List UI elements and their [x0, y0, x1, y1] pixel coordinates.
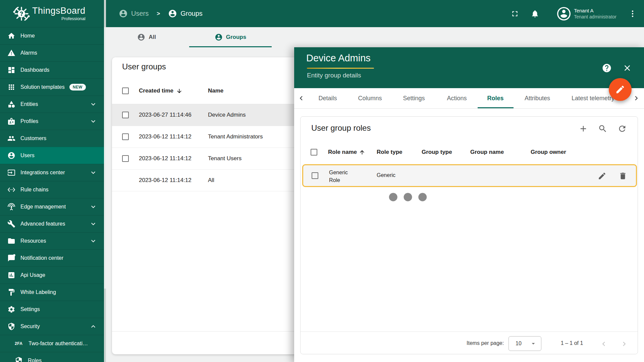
chevron-up-icon — [89, 322, 97, 330]
sidebar-item-label: Solution templates — [20, 84, 65, 90]
tab-all[interactable]: All — [105, 27, 189, 47]
add-role-button[interactable] — [579, 124, 588, 133]
column-name[interactable]: Name — [208, 87, 223, 94]
sidebar-item-label: Dashboards — [20, 67, 49, 73]
tab-attributes[interactable]: Attributes — [525, 88, 550, 109]
chevron-down-icon — [89, 220, 97, 228]
sidebar-item-entities[interactable]: Entities — [0, 96, 104, 113]
sidebar-item-advanced-features[interactable]: Advanced features — [0, 215, 104, 232]
help-button[interactable] — [602, 63, 612, 73]
user-avatar[interactable] — [557, 7, 571, 20]
more-menu-button[interactable] — [625, 6, 640, 21]
dashboard-icon — [7, 66, 15, 74]
delete-role-button[interactable] — [619, 172, 627, 180]
sidebar-item-dashboards[interactable]: Dashboards — [0, 61, 104, 78]
column-role-type[interactable]: Role type — [377, 149, 402, 156]
page-size-value: 10 — [516, 341, 522, 347]
page-size-select[interactable]: 10 — [508, 336, 541, 351]
notifications-button[interactable] — [528, 6, 542, 21]
sidebar-item-edge-management[interactable]: Edge management — [0, 198, 104, 215]
two-factor-icon: 2FA — [15, 341, 23, 346]
roles-card-title: User group roles — [311, 123, 371, 133]
sidebar-item-label: Integrations center — [20, 170, 65, 176]
sidebar-item-users[interactable]: Users — [0, 147, 104, 164]
apps-grid-icon — [7, 83, 15, 91]
role-more-button[interactable] — [358, 172, 366, 180]
sidebar-item-two-factor-authentication[interactable]: 2FATwo-factor authenticati… — [0, 335, 104, 352]
sidebar-item-roles[interactable]: Roles — [0, 352, 104, 362]
sidebar-item-label: Entities — [20, 101, 38, 107]
cell-created-time: 2023-06-12 11:14:12 — [139, 177, 192, 184]
breadcrumb-item-users[interactable]: Users — [119, 9, 149, 18]
sidebar-item-label: Rule chains — [20, 187, 49, 193]
row-checkbox[interactable] — [312, 172, 318, 179]
next-page-button[interactable] — [620, 340, 629, 348]
tab-groups[interactable]: Groups — [189, 27, 272, 47]
tab-settings[interactable]: Settings — [403, 88, 425, 109]
more-vert-icon — [628, 9, 637, 18]
edit-fab-button[interactable] — [609, 78, 632, 101]
sidebar-item-security[interactable]: Security — [0, 318, 104, 335]
folder-icon — [7, 237, 15, 245]
cell-role-name: Generic Role — [329, 169, 353, 184]
row-checkbox[interactable] — [122, 155, 129, 162]
close-button[interactable] — [623, 63, 632, 73]
user-menu[interactable]: Tenant A Tenant administrator — [574, 7, 616, 20]
column-label: Role name — [328, 149, 357, 156]
tabs-scroll-left-button[interactable] — [297, 94, 306, 103]
sidebar-item-label: Roles — [28, 358, 42, 362]
previous-page-button[interactable] — [599, 340, 608, 348]
column-role-name[interactable]: Role name — [328, 149, 365, 156]
app-logo[interactable]: ThingsBoard Professional — [0, 0, 104, 27]
fullscreen-button[interactable] — [507, 6, 522, 21]
sidebar-scrollbar-thumb[interactable] — [104, 27, 106, 289]
search-button[interactable] — [598, 124, 607, 133]
thingsboard-bug-icon — [13, 5, 30, 22]
sidebar-scrollbar[interactable] — [104, 0, 106, 362]
row-checkbox[interactable] — [122, 133, 129, 140]
tabs-scroll-right-button[interactable] — [632, 94, 641, 103]
sidebar-item-rule-chains[interactable]: Rule chains — [0, 181, 104, 198]
edit-role-button[interactable] — [598, 172, 606, 180]
sidebar-item-api-usage[interactable]: Api Usage — [0, 266, 104, 284]
row-checkbox[interactable] — [122, 112, 129, 118]
sidebar-item-solution-templates[interactable]: Solution templatesNEW — [0, 78, 104, 96]
tools-icon — [7, 220, 15, 228]
sidebar-item-notification-center[interactable]: Notification center — [0, 249, 104, 266]
sidebar-item-resources[interactable]: Resources — [0, 232, 104, 249]
help-icon — [602, 63, 612, 73]
chevron-right-icon — [620, 340, 629, 348]
drawer-title: Device Admins — [306, 53, 371, 64]
column-label: Group name — [470, 149, 504, 156]
cell-created-time: 2023-06-12 11:14:12 — [139, 155, 192, 162]
select-all-checkbox[interactable] — [122, 87, 129, 94]
column-group-owner[interactable]: Group owner — [531, 149, 566, 156]
tab-actions[interactable]: Actions — [447, 88, 467, 109]
refresh-button[interactable] — [618, 124, 627, 133]
account-circle-icon — [7, 152, 15, 160]
sidebar-item-label: Security — [20, 323, 40, 329]
column-created-time[interactable]: Created time — [139, 87, 182, 94]
drawer-header: Device Admins Entity group details — [294, 47, 644, 88]
table-row-highlighted[interactable]: Generic Role Generic — [302, 164, 637, 187]
sidebar-item-profiles[interactable]: Profiles — [0, 113, 104, 130]
breadcrumb: Users > Groups — [119, 0, 203, 27]
chevron-left-icon — [297, 94, 306, 103]
breadcrumb-item-groups[interactable]: Groups — [168, 9, 203, 18]
logo-text: ThingsBoard Professional — [32, 6, 86, 21]
sidebar-item-customers[interactable]: Customers — [0, 130, 104, 147]
column-group-name[interactable]: Group name — [470, 149, 504, 156]
column-group-type[interactable]: Group type — [422, 149, 452, 156]
people-icon — [7, 134, 15, 142]
tab-details[interactable]: Details — [318, 88, 337, 109]
tab-latest-telemetry[interactable]: Latest telemetry — [572, 88, 614, 109]
sidebar-item-integrations-center[interactable]: Integrations center — [0, 164, 104, 181]
select-all-checkbox[interactable] — [311, 149, 317, 156]
tab-columns[interactable]: Columns — [358, 88, 382, 109]
topbar: Users > Groups Tenant A Tenant administr… — [104, 0, 644, 27]
sidebar-item-settings[interactable]: Settings — [0, 301, 104, 318]
sidebar-item-alarms[interactable]: Alarms — [0, 44, 104, 61]
sidebar-item-white-labeling[interactable]: White Labeling — [0, 284, 104, 301]
tab-roles[interactable]: Roles — [487, 88, 503, 109]
sidebar-item-home[interactable]: Home — [0, 27, 104, 44]
